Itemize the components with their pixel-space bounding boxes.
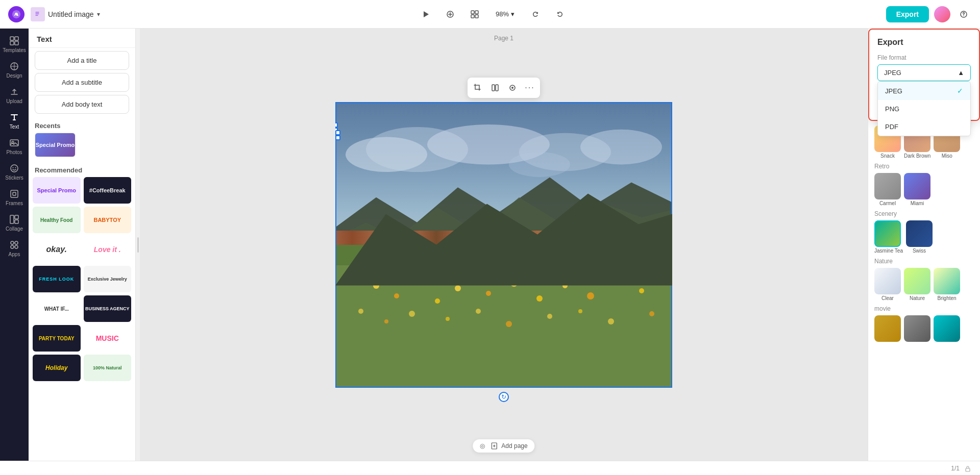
filter-miami-label: Miami [904,201,930,206]
filter-miami[interactable] [904,173,930,199]
sidebar-item-apps[interactable]: Apps [2,237,27,260]
retro-section-label: Retro [874,163,974,170]
right-panel: Filters None Quality [868,29,980,461]
svg-rect-65 [966,468,970,471]
add-subtitle-button[interactable]: Add a subtitle [35,73,129,92]
filter-clear[interactable] [874,268,901,294]
filter-section-scenery: Scenery Jasmine Tea Swiss [868,210,980,258]
svg-point-25 [11,245,14,248]
scenery-filter-grid: Jasmine Tea Swiss [874,220,974,254]
document-title-area[interactable]: Untitled image ▾ [31,7,100,21]
rec-item-what-if[interactable]: WHAT IF... [33,295,81,322]
add-body-button[interactable]: Add body text [35,95,129,114]
account-button[interactable] [934,6,950,22]
grid-view-button[interactable] [467,6,483,22]
png-option-label: PNG [885,105,899,113]
svg-point-62 [511,87,513,89]
page-number-display: ◎ [480,442,485,449]
filter-carmel[interactable] [874,173,901,199]
effects-tool-button[interactable] [504,80,521,96]
filter-movie3[interactable] [934,315,960,342]
svg-point-50 [384,319,388,323]
rec-item-okay[interactable]: okay. [33,236,81,263]
rec-item-coffee-break[interactable]: #CoffeeBreak [84,177,132,204]
movie-filter-grid [874,315,974,342]
rec-item-love-it[interactable]: Love it . [84,236,132,263]
svg-point-48 [639,288,644,293]
rotate-handle[interactable]: ↻ [499,392,509,402]
svg-point-53 [476,309,481,314]
handle-mid-right[interactable] [335,135,340,140]
sidebar-label-stickers: Stickers [5,175,23,181]
recent-item-special-promo[interactable]: Special Promo [35,133,76,157]
export-panel-title: Export [877,38,971,47]
rec-item-business-agency[interactable]: BUSINESS AGENCY [84,295,132,322]
crop-tool-button[interactable] [470,80,486,96]
rec-item-special-promo[interactable]: Special Promo [33,177,81,204]
rec-item-baby-toy[interactable]: BABYTOY [84,207,132,233]
format-option-pdf[interactable]: PDF [878,118,970,136]
flip-tool-button[interactable] [487,80,503,96]
svg-point-51 [409,311,415,317]
rec-item-100-natural[interactable]: 100% Natural [84,355,132,381]
topbar: Untitled image ▾ 98% ▾ [0,0,980,29]
filter-movie2-wrapper [904,315,930,342]
filter-swiss-wrapper: Swiss [906,220,933,254]
sidebar-item-stickers[interactable]: Stickers [2,160,27,184]
zoom-control[interactable]: 98% ▾ [491,8,519,20]
handle-mid-left[interactable] [335,130,340,135]
rec-item-party-today[interactable]: PARTY TODAY [33,325,81,352]
more-options-button[interactable]: ··· [522,80,538,96]
add-page-button[interactable]: Add page [491,442,527,449]
export-panel: Export File format JPEG ▲ JPEG ✓ PNG [868,29,980,121]
selected-format-display: JPEG [884,69,901,77]
rec-item-fresh-look[interactable]: FRESH LOOK [33,266,81,292]
sidebar-label-apps: Apps [9,252,20,257]
recents-label: Recents [29,117,135,133]
sidebar-item-text[interactable]: Text [2,109,27,133]
export-button[interactable]: Export [886,6,929,22]
rec-item-exclusive-jewelry[interactable]: Exclusive Jewelry [84,266,132,292]
canvas-image[interactable] [335,102,672,388]
magic-button[interactable] [442,6,458,22]
help-button[interactable] [955,6,972,22]
filter-brighten[interactable] [934,268,960,294]
sidebar-item-upload[interactable]: Upload [2,84,27,107]
rec-item-music[interactable]: MUSIC [84,325,132,352]
sidebar-item-design[interactable]: Design [2,58,27,82]
format-select-button[interactable]: JPEG ▲ [877,64,971,81]
svg-rect-18 [11,190,18,197]
sidebar-item-frames[interactable]: Frames [2,186,27,209]
svg-rect-9 [15,37,18,40]
canvas-area[interactable]: Page 1 [140,29,868,461]
format-option-jpeg[interactable]: JPEG ✓ [878,82,970,100]
svg-rect-21 [15,215,18,219]
rec-item-holiday[interactable]: Holiday [33,355,81,381]
add-title-button[interactable]: Add a title [35,51,129,70]
panel-resize-handle[interactable] [136,29,140,461]
sidebar-label-photos: Photos [6,149,22,155]
sidebar-item-photos[interactable]: Photos [2,135,27,158]
rec-item-healthy-food[interactable]: Healthy Food [33,207,81,233]
filter-movie2[interactable] [904,315,930,342]
sidebar-item-collage[interactable]: Collage [2,211,27,235]
zoom-chevron-icon: ▾ [511,10,514,18]
filter-clear-label: Clear [874,295,901,301]
format-option-png[interactable]: PNG [878,100,970,118]
sidebar-item-templates[interactable]: Templates [2,33,27,56]
undo-button[interactable] [527,6,544,22]
svg-point-7 [963,15,964,16]
handle-top-mid[interactable] [335,122,338,128]
play-button[interactable] [418,6,434,22]
canvas-frame[interactable]: ··· ↻ [335,102,672,388]
svg-rect-36 [335,265,672,388]
filter-nature-wrapper: Nature [904,268,930,301]
svg-point-43 [510,280,518,287]
filter-miami-wrapper: Miami [904,173,930,206]
filter-movie1[interactable] [874,315,901,342]
filter-swiss[interactable] [906,220,933,247]
redo-button[interactable] [552,6,568,22]
filter-nature[interactable] [904,268,930,294]
status-bar: 1/1 [0,461,980,475]
filter-jasmine-tea[interactable] [874,220,901,247]
